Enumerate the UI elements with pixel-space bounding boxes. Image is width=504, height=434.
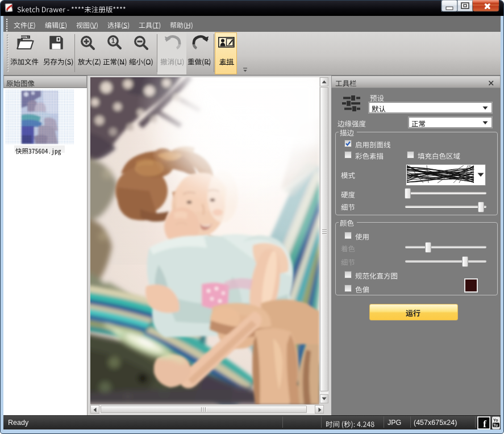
svg-text:Tu: Tu: [493, 423, 498, 427]
svg-text:f: f: [483, 419, 486, 429]
svg-text:1: 1: [111, 37, 115, 45]
svg-text:Yo: Yo: [493, 418, 498, 422]
